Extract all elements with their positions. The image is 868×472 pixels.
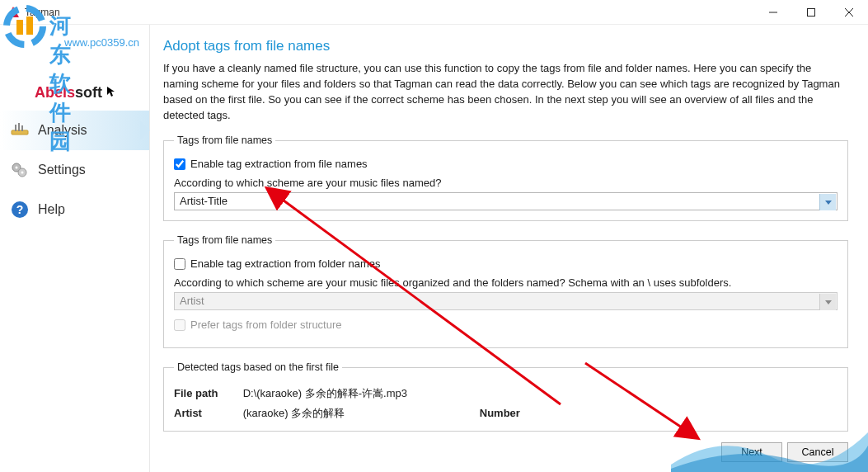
window-title: Tagman xyxy=(25,7,60,18)
minimize-button[interactable] xyxy=(754,0,792,25)
svg-point-10 xyxy=(16,167,18,169)
enable-folder-extraction-label: Enable tag extraction from folder names xyxy=(190,257,381,270)
logo-area: Abelssoft xyxy=(0,25,149,107)
svg-rect-8 xyxy=(21,125,23,131)
dropdown-arrow-icon xyxy=(819,294,836,310)
nav: Analysis Settings ? xyxy=(0,111,149,229)
sidebar-item-label: Settings xyxy=(38,163,86,177)
svg-marker-16 xyxy=(825,300,832,304)
svg-marker-0 xyxy=(7,7,19,17)
brand-logo: Abelssoft xyxy=(35,84,118,101)
help-icon: ? xyxy=(10,200,30,219)
artist-label: Artist xyxy=(174,407,240,419)
svg-rect-7 xyxy=(18,123,20,131)
svg-point-12 xyxy=(21,172,24,174)
content-panel: Adopt tags from file names If you have a… xyxy=(150,25,868,472)
sidebar-item-label: Analysis xyxy=(38,123,87,138)
file-scheme-value: Artist-Title xyxy=(180,195,228,207)
sidebar-item-label: Help xyxy=(38,202,65,217)
filepath-value: D:\(karaoke) 多余的解释-许嵩.mp3 xyxy=(243,387,407,399)
maximize-button[interactable] xyxy=(792,0,830,25)
file-scheme-question: According to which scheme are your music… xyxy=(174,177,838,189)
group-legend: Tags from file names xyxy=(174,234,275,246)
folder-scheme-question: According to which scheme are your music… xyxy=(174,276,838,289)
cancel-button[interactable]: Cancel xyxy=(787,442,848,462)
analysis-icon xyxy=(10,120,30,140)
group-folder-names: Tags from file names Enable tag extracti… xyxy=(163,234,848,348)
number-label: Number xyxy=(480,407,520,419)
artist-value: (karaoke) 多余的解释 xyxy=(243,407,345,419)
page-intro: If you have a cleanly named file structu… xyxy=(163,61,848,123)
page-title: Adopt tags from file names xyxy=(163,38,848,54)
enable-file-extraction-checkbox[interactable] xyxy=(174,158,185,170)
group-legend: Tags from file names xyxy=(174,135,275,146)
folder-scheme-select: Artist xyxy=(174,292,838,310)
next-button[interactable]: Next xyxy=(721,442,782,462)
sidebar-item-help[interactable]: ? Help xyxy=(0,190,149,229)
prefer-folder-checkbox xyxy=(174,319,185,331)
svg-text:?: ? xyxy=(16,203,24,216)
titlebar: Tagman xyxy=(0,0,868,25)
svg-marker-15 xyxy=(825,201,832,205)
sidebar: Abelssoft Analysis xyxy=(0,25,150,472)
dropdown-arrow-icon xyxy=(819,194,836,210)
group-detected-tags: Detected tags based on the first file Fi… xyxy=(163,361,848,432)
sidebar-item-analysis[interactable]: Analysis xyxy=(0,111,149,150)
settings-icon xyxy=(10,160,30,180)
close-button[interactable] xyxy=(830,0,868,25)
app-icon xyxy=(7,6,20,19)
svg-rect-2 xyxy=(808,9,815,17)
group-file-names: Tags from file names Enable tag extracti… xyxy=(163,135,848,221)
prefer-folder-label: Prefer tags from folder structure xyxy=(190,319,342,331)
filepath-label: File path xyxy=(174,387,240,399)
window-buttons xyxy=(754,0,868,25)
file-scheme-select[interactable]: Artist-Title xyxy=(174,192,838,210)
enable-file-extraction-label: Enable tag extraction from file names xyxy=(190,158,368,170)
folder-scheme-value: Artist xyxy=(180,295,204,307)
svg-rect-6 xyxy=(15,125,16,131)
group-legend: Detected tags based on the first file xyxy=(174,361,342,373)
footer-buttons: Next Cancel xyxy=(721,442,848,462)
enable-folder-extraction-checkbox[interactable] xyxy=(174,258,185,270)
sidebar-item-settings[interactable]: Settings xyxy=(0,150,149,190)
